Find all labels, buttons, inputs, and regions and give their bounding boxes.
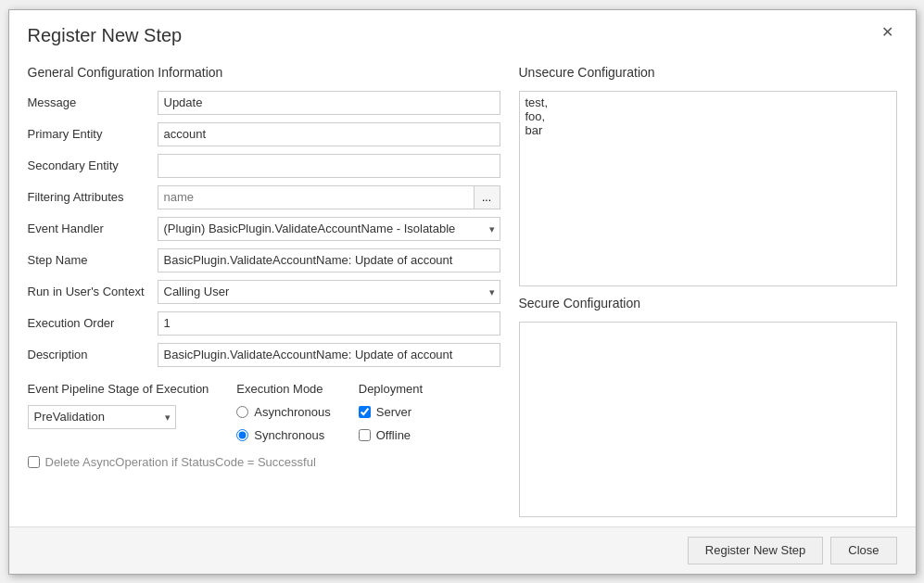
run-context-select[interactable]: Calling User (158, 280, 500, 304)
description-row: Description (28, 343, 500, 367)
asynchronous-label: Asynchronous (254, 405, 330, 419)
offline-checkbox[interactable] (359, 429, 371, 441)
asynchronous-radio[interactable] (236, 406, 248, 418)
delete-async-label: Delete AsyncOperation if StatusCode = Su… (45, 455, 316, 469)
footer: Register New Step Close (9, 526, 916, 574)
close-icon[interactable]: ✕ (878, 25, 897, 40)
secondary-entity-input[interactable] (158, 154, 500, 178)
secure-config-area: Secure Configuration (519, 296, 897, 517)
offline-label: Offline (376, 428, 411, 442)
title-bar: Register New Step ✕ (9, 10, 916, 56)
deployment-title: Deployment (359, 382, 423, 396)
primary-entity-row: Primary Entity (28, 122, 500, 146)
stage-select-wrapper: PreValidation PreOperation PostOperation (28, 405, 176, 429)
event-handler-select[interactable]: (Plugin) BasicPlugin.ValidateAccountName… (158, 217, 500, 241)
async-operation-row: Delete AsyncOperation if StatusCode = Su… (28, 455, 500, 469)
unsecure-config-textarea[interactable]: test, foo, bar (519, 91, 897, 286)
message-input[interactable] (158, 91, 500, 115)
primary-entity-input[interactable] (158, 122, 500, 146)
description-label: Description (28, 348, 158, 361)
server-label: Server (376, 405, 411, 419)
event-handler-label: Event Handler (28, 222, 158, 235)
execution-mode-title: Execution Mode (236, 382, 330, 396)
execution-order-row: Execution Order (28, 311, 500, 336)
execution-order-input[interactable] (158, 311, 500, 336)
right-panel: Unsecure Configuration test, foo, bar Se… (519, 65, 897, 517)
filtering-browse-button[interactable]: ... (475, 185, 500, 209)
message-row: Message (28, 91, 500, 115)
run-context-label: Run in User's Context (28, 285, 158, 298)
delete-async-checkbox[interactable] (28, 456, 40, 468)
step-name-input[interactable] (158, 248, 500, 272)
dialog-title: Register New Step (28, 25, 183, 46)
register-new-step-button[interactable]: Register New Step (688, 537, 823, 564)
filtering-label: Filtering Attributes (28, 190, 158, 204)
secondary-entity-label: Secondary Entity (28, 158, 158, 172)
secure-config-textarea[interactable] (519, 322, 897, 517)
close-dialog-button[interactable]: Close (830, 537, 896, 564)
event-handler-row: Event Handler (Plugin) BasicPlugin.Valid… (28, 217, 500, 241)
description-input[interactable] (158, 343, 500, 367)
stage-section: Event Pipeline Stage of Execution PreVal… (28, 382, 209, 429)
step-name-row: Step Name (28, 248, 500, 272)
filtering-input[interactable] (158, 185, 475, 209)
stage-select[interactable]: PreValidation PreOperation PostOperation (28, 405, 176, 429)
filtering-row: Filtering Attributes ... (28, 185, 500, 209)
secure-config-title: Secure Configuration (519, 296, 897, 311)
asynchronous-row: Asynchronous (236, 405, 330, 419)
register-new-step-dialog: Register New Step ✕ General Configuratio… (8, 9, 917, 575)
execution-mode-section: Execution Mode Asynchronous Synchronous (236, 382, 330, 446)
message-label: Message (28, 95, 158, 109)
left-panel: General Configuration Information Messag… (28, 65, 500, 517)
server-checkbox[interactable] (359, 406, 371, 418)
dialog-body: General Configuration Information Messag… (9, 56, 916, 526)
server-row: Server (359, 405, 423, 419)
deployment-section: Deployment Server Offline (359, 382, 423, 446)
primary-entity-label: Primary Entity (28, 127, 158, 141)
synchronous-radio[interactable] (236, 429, 248, 441)
offline-row: Offline (359, 428, 423, 442)
secondary-entity-row: Secondary Entity (28, 154, 500, 178)
synchronous-label: Synchronous (254, 428, 324, 442)
general-section-title: General Configuration Information (28, 65, 500, 80)
execution-order-label: Execution Order (28, 316, 158, 330)
bottom-section: Event Pipeline Stage of Execution PreVal… (28, 382, 500, 446)
synchronous-row: Synchronous (236, 428, 330, 442)
unsecure-config-title: Unsecure Configuration (519, 65, 897, 80)
stage-section-title: Event Pipeline Stage of Execution (28, 382, 209, 396)
run-context-row: Run in User's Context Calling User (28, 280, 500, 304)
step-name-label: Step Name (28, 253, 158, 267)
unsecure-config-area: Unsecure Configuration test, foo, bar (519, 65, 897, 286)
